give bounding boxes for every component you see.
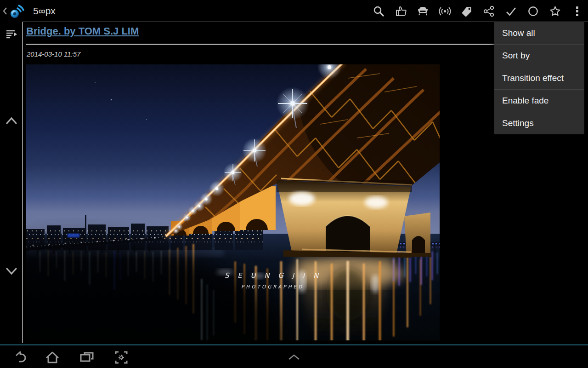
readability-armchair-icon [417,5,429,17]
share-icon [483,5,495,17]
scroll-up-button[interactable] [4,113,19,129]
menu-item-transition-effect[interactable]: Transition effect [494,67,584,90]
blue-neon-sign [68,234,79,237]
jump-next-icon [5,28,18,41]
overflow-menu-icon [571,5,583,17]
action-bar-icons [373,0,583,22]
screen-capture-icon [113,350,129,365]
share-button[interactable] [483,5,495,17]
circle-icon [527,5,539,17]
tag-icon [461,5,473,17]
greader-feed-logo-icon [8,2,26,20]
pier-floodlight [289,192,315,206]
search-icon [373,5,385,17]
pier-floodlight [365,196,388,208]
watermark-line1: S E U N G J I N [225,271,322,280]
app-title: 5∞px [33,6,56,17]
mark-read-button[interactable] [505,5,517,17]
main-pier [277,180,412,258]
broadcast-icon [439,5,451,17]
tablet-screen: 5∞px [0,0,588,368]
caret-up-icon [286,350,302,365]
check-icon [505,5,517,17]
back-chevron-icon [2,2,8,20]
scroll-down-button[interactable] [4,263,19,279]
action-bar: 5∞px [0,0,588,22]
second-pier [404,213,431,257]
system-nav-bar: 13:51 [0,346,588,368]
overflow-menu-button[interactable] [571,5,583,17]
search-button[interactable] [373,5,385,17]
unread-toggle-button[interactable] [527,5,539,17]
menu-item-enable-fade[interactable]: Enable fade [494,90,584,112]
menu-item-show-all[interactable]: Show all [494,22,584,45]
jump-next-button[interactable] [4,27,19,42]
bridge-photo-illustration: S E U N G J I N PHOTOGRAPHED [26,64,440,340]
menu-item-sort-by[interactable]: Sort by [494,45,584,67]
star-button[interactable] [549,5,561,17]
chevron-up-icon [4,114,19,128]
menu-item-settings[interactable]: Settings [494,112,584,134]
nav-recents-button[interactable] [78,349,96,366]
article-title-link[interactable]: Bridge. by TOM S.J LIM [26,25,139,37]
thumbs-up-icon [395,5,407,17]
article-photo-bridge-night[interactable]: S E U N G J I N PHOTOGRAPHED [26,64,440,340]
nav-back-button[interactable] [10,349,28,366]
thumbs-up-button[interactable] [395,5,407,17]
nav-home-button[interactable] [44,349,61,366]
article-date: 2014-03-10 11:57 [27,50,80,58]
quick-access-handle[interactable] [285,349,303,366]
side-rail [0,22,22,343]
chevron-down-icon [4,264,19,278]
overflow-dropdown-menu: Show all Sort by Transition effect Enabl… [494,22,584,134]
up-navigation-button[interactable] [0,0,26,22]
nav-bar-accent-line [0,344,588,345]
readability-button[interactable] [417,5,429,17]
watermark-line2: PHOTOGRAPHED [241,284,304,289]
tag-button[interactable] [461,5,473,17]
nav-home-icon [45,350,60,365]
nav-back-icon [11,350,27,365]
side-rail-divider [22,22,23,343]
nav-recents-icon [79,350,95,365]
broadcast-button[interactable] [439,5,451,17]
star-icon [549,5,561,17]
nav-screen-capture-button[interactable] [113,349,130,366]
